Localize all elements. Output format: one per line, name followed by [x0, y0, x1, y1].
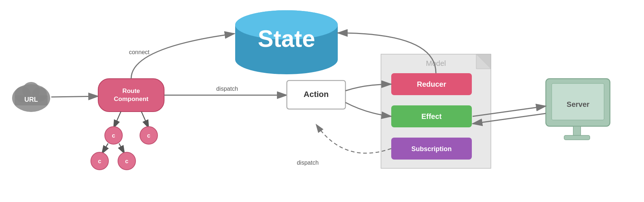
svg-text:c: c — [112, 132, 115, 139]
svg-rect-16 — [564, 135, 590, 140]
svg-text:URL: URL — [25, 96, 38, 103]
url-to-route-arrow — [51, 96, 98, 97]
action-label: Action — [304, 90, 329, 99]
connect-arrow — [131, 34, 234, 79]
state-label: State — [258, 26, 315, 52]
child-arrow-2 — [141, 112, 149, 128]
subscription-label: Subscription — [411, 145, 452, 153]
effect-label: Effect — [421, 112, 442, 120]
child-arrow-4 — [119, 143, 125, 154]
connect-label: connect — [129, 49, 150, 55]
dispatch-label-1: dispatch — [216, 86, 238, 92]
child-arrow-3 — [102, 143, 108, 154]
svg-rect-15 — [573, 126, 581, 136]
route-component-label-line2: Component — [114, 96, 149, 102]
url-cloud: URL — [12, 82, 50, 112]
diagram: URL Route Component c c c c connect — [0, 0, 644, 202]
svg-text:c: c — [98, 158, 101, 164]
reducer-label: Reducer — [417, 80, 446, 88]
route-component-node — [98, 79, 164, 112]
server-label: Server — [567, 100, 589, 108]
server-node — [546, 79, 610, 140]
child-arrow-1 — [114, 112, 121, 128]
subscription-dispatch-arrow — [316, 124, 391, 153]
svg-text:c: c — [125, 158, 129, 164]
model-label: Model — [426, 59, 446, 67]
route-component-label-line1: Route — [122, 87, 140, 94]
dispatch-label-2: dispatch — [297, 160, 319, 166]
svg-text:c: c — [147, 132, 151, 139]
